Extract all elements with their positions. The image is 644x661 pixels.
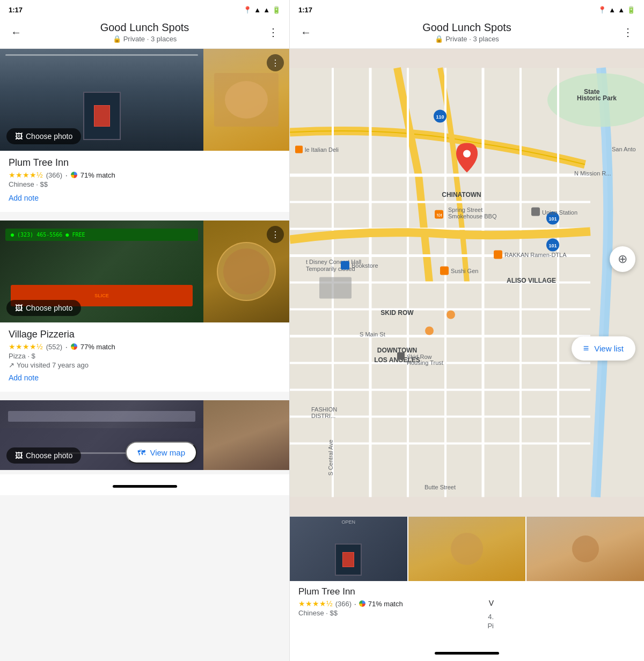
scroll-content-left: 🖼 Choose photo ⋮ Plum Tree Inn ★★★★ <box>0 49 289 661</box>
place-img-secondary-third <box>203 400 289 470</box>
wifi-icon-right: ▲ <box>609 6 616 14</box>
photo-icon-plum: 🖼 <box>15 132 23 141</box>
bottom-card-stars: ★★★★½ <box>298 599 333 608</box>
svg-rect-53 <box>341 261 349 270</box>
battery-icon: 🔋 <box>272 6 281 14</box>
time-left: 1:17 <box>9 6 23 14</box>
add-note-button-plum[interactable]: Add note <box>9 189 39 208</box>
status-icons-left: 📍 ▲ ▲ 🔋 <box>243 6 281 14</box>
place-img-main-plum: 🖼 Choose photo <box>0 49 203 151</box>
list-icon: ≡ <box>583 343 589 354</box>
bottom-card-review-count: (366) <box>335 600 352 608</box>
more-options-pizzeria[interactable]: ⋮ <box>267 226 284 243</box>
svg-text:101: 101 <box>548 216 557 222</box>
svg-text:101: 101 <box>548 243 557 248</box>
google-icon-plum <box>71 172 77 178</box>
visit-note-pizzeria: ↗ You visited 7 years ago <box>9 361 281 369</box>
review-count-plum: (366) <box>46 171 62 179</box>
svg-point-61 <box>425 327 434 335</box>
bottom-card-img-2[interactable] <box>408 517 527 581</box>
bottom-bar-right <box>290 643 644 661</box>
svg-rect-50 <box>319 277 352 299</box>
home-indicator-left <box>113 485 177 488</box>
place-info-pizzeria: Village Pizzeria ★★★★½ (552) · 77% match… <box>0 322 289 392</box>
place-rating-pizzeria: ★★★★½ (552) · 77% match <box>9 342 281 351</box>
header-subtitle-right: 🔒 Private · 3 places <box>435 35 499 43</box>
svg-text:Smokehouse BBQ: Smokehouse BBQ <box>448 213 497 219</box>
lock-icon-right: 🔒 <box>435 35 443 43</box>
svg-rect-45 <box>397 352 405 360</box>
svg-text:S Main St: S Main St <box>360 331 385 337</box>
place-card-village-pizzeria: ● (323) 465-5566 ● FREE SLICE 🖼 Choose p… <box>0 221 289 392</box>
stars-pizzeria: ★★★★½ <box>9 342 43 351</box>
status-icons-right: 📍 ▲ ▲ 🔋 <box>598 6 635 14</box>
svg-point-62 <box>447 311 455 319</box>
bottom-card-category: Chinese · $$ <box>298 609 635 617</box>
bottom-card-google-icon <box>359 600 365 607</box>
app-header-right: ← Good Lunch Spots 🔒 Private · 3 places … <box>290 17 644 49</box>
place-rating-plum: ★★★★½ (366) · 71% match <box>9 171 281 179</box>
more-button-right[interactable]: ⋮ <box>620 24 635 41</box>
bottom-bar-left <box>0 474 289 495</box>
divider-2 <box>0 396 289 400</box>
review-count-pizzeria: (552) <box>46 343 62 351</box>
place-card-third: 🖼 Choose photo 🗺 View map <box>0 400 289 470</box>
view-list-button[interactable]: ≡ View list <box>572 336 635 361</box>
svg-text:le Italian Deli: le Italian Deli <box>305 146 339 153</box>
svg-text:Union Station: Union Station <box>542 209 577 216</box>
more-options-plum[interactable]: ⋮ <box>267 54 284 71</box>
header-title-left: Good Lunch Spots <box>100 21 189 34</box>
add-note-button-pizzeria[interactable]: Add note <box>9 369 39 387</box>
match-pct-plum: 71% match <box>80 171 115 179</box>
bottom-card-img-1[interactable]: OPEN <box>290 517 408 581</box>
signal-icon-right: ▲ <box>618 6 625 14</box>
map-container[interactable]: State Historic Park <box>290 49 644 516</box>
stars-plum: ★★★★½ <box>9 171 43 179</box>
home-indicator-right <box>435 652 499 655</box>
svg-text:CHINATOWN: CHINATOWN <box>442 191 481 199</box>
status-bar-left: 1:17 📍 ▲ ▲ 🔋 <box>0 0 289 17</box>
svg-text:DISTRI...: DISTRI... <box>311 413 335 419</box>
choose-photo-button-plum[interactable]: 🖼 Choose photo <box>6 128 81 144</box>
svg-text:Housing Trust: Housing Trust <box>407 359 443 366</box>
location-button[interactable]: ⊕ <box>610 246 635 272</box>
place-category-pizzeria: Pizza · $ <box>9 352 281 360</box>
time-right: 1:17 <box>298 6 312 14</box>
place-img-main-pizzeria: ● (323) 465-5566 ● FREE SLICE 🖼 Choose p… <box>0 221 203 322</box>
back-button-left[interactable]: ← <box>9 24 24 41</box>
place-info-plum: Plum Tree Inn ★★★★½ (366) · 71% match Ch… <box>0 151 289 212</box>
google-icon-pizzeria <box>71 343 77 350</box>
signal-icon: ▲ <box>263 6 270 14</box>
svg-text:Spring Street: Spring Street <box>448 207 482 213</box>
match-pct-pizzeria: 77% match <box>80 343 115 351</box>
svg-rect-51 <box>295 146 303 153</box>
svg-rect-41 <box>440 267 449 275</box>
location-status-icon-right: 📍 <box>598 6 606 14</box>
view-map-button[interactable]: 🗺 View map <box>126 442 197 464</box>
svg-text:N Mission R...: N Mission R... <box>574 170 611 177</box>
trending-icon-pizzeria: ↗ <box>9 361 14 369</box>
svg-text:110: 110 <box>436 114 444 120</box>
location-icon: ⊕ <box>618 252 627 266</box>
second-card-subtitle: Pi <box>487 622 494 630</box>
app-header-left: ← Good Lunch Spots 🔒 Private · 3 places … <box>0 17 289 49</box>
bottom-card-img-3[interactable] <box>526 517 644 581</box>
svg-text:San Anto: San Anto <box>612 146 636 152</box>
svg-text:Bookstore: Bookstore <box>352 262 378 269</box>
status-bar-right: 1:17 📍 ▲ ▲ 🔋 <box>290 0 644 17</box>
battery-icon-right: 🔋 <box>627 6 635 14</box>
choose-photo-button-pizzeria[interactable]: 🖼 Choose photo <box>6 300 81 316</box>
second-card-rating: 4. <box>488 613 494 621</box>
more-button-left[interactable]: ⋮ <box>266 24 281 41</box>
back-button-right[interactable]: ← <box>298 24 313 41</box>
lock-icon-left: 🔒 <box>113 35 121 43</box>
header-title-right: Good Lunch Spots <box>422 21 511 34</box>
svg-text:Sushi Gen: Sushi Gen <box>451 268 478 274</box>
location-status-icon: 📍 <box>243 6 252 14</box>
place-img-secondary-plum: ⋮ <box>203 49 289 151</box>
svg-text:RAKKAN Ramen-DTLA: RAKKAN Ramen-DTLA <box>504 252 567 258</box>
choose-photo-button-third[interactable]: 🖼 Choose photo <box>6 447 81 464</box>
bottom-card-rating-row: ★★★★½ (366) · 71% match <box>298 599 635 608</box>
photo-icon-pizzeria: 🖼 <box>15 304 23 312</box>
svg-text:FASHION: FASHION <box>311 406 337 413</box>
